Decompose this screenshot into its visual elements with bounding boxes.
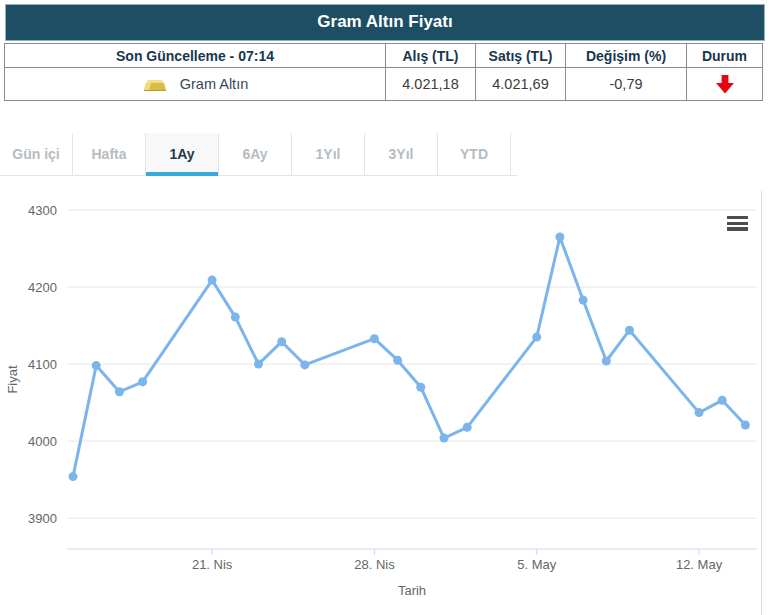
svg-text:3900: 3900 <box>28 511 57 526</box>
tab-hafta[interactable]: Hafta <box>73 133 146 175</box>
svg-text:28. Nis: 28. Nis <box>354 557 395 572</box>
col-last-update: Son Güncelleme - 07:14 <box>5 44 386 68</box>
change-value: -0,79 <box>566 68 687 101</box>
gold-price-widget: Gram Altın Fiyatı Son Güncelleme - 07:14… <box>5 4 765 101</box>
tab-gün-içi[interactable]: Gün içi <box>0 133 73 175</box>
svg-text:4000: 4000 <box>28 434 57 449</box>
line-chart-canvas: 3900400041004200430021. Nis28. Nis5. May… <box>0 191 770 615</box>
svg-text:4300: 4300 <box>28 203 57 218</box>
tab-6ay[interactable]: 6Ay <box>219 133 292 175</box>
svg-text:Fiyat: Fiyat <box>5 365 20 394</box>
down-arrow-icon <box>687 73 762 95</box>
col-sell: Satış (TL) <box>476 44 566 68</box>
widget-title: Gram Altın Fiyatı <box>317 12 452 31</box>
status-cell <box>687 68 763 101</box>
price-chart: 3900400041004200430021. Nis28. Nis5. May… <box>0 191 770 615</box>
chart-hamburger-menu-icon[interactable] <box>727 216 748 232</box>
gold-bar-icon <box>142 77 168 92</box>
svg-text:4200: 4200 <box>28 280 57 295</box>
col-status: Durum <box>687 44 763 68</box>
instrument-name: Gram Altın <box>180 76 249 92</box>
col-buy: Alış (TL) <box>386 44 476 68</box>
svg-text:Tarih: Tarih <box>398 583 426 598</box>
price-table-header-row: Son Güncelleme - 07:14 Alış (TL) Satış (… <box>5 44 763 68</box>
chart-right-border <box>761 191 762 615</box>
svg-text:5. May: 5. May <box>517 557 557 572</box>
svg-text:12. May: 12. May <box>676 557 723 572</box>
buy-value: 4.021,18 <box>386 68 476 101</box>
period-tabs: Gün içiHafta1Ay6Ay1Yıl3YılYTD <box>0 133 517 176</box>
svg-text:21. Nis: 21. Nis <box>192 557 233 572</box>
price-table-row: Gram Altın 4.021,18 4.021,69 -0,79 <box>5 68 763 101</box>
tab-3yıl[interactable]: 3Yıl <box>365 133 438 175</box>
tab-1yıl[interactable]: 1Yıl <box>292 133 365 175</box>
col-change: Değişim (%) <box>566 44 687 68</box>
tab-ytd[interactable]: YTD <box>438 133 511 175</box>
sell-value: 4.021,69 <box>476 68 566 101</box>
tab-1ay[interactable]: 1Ay <box>146 133 219 175</box>
svg-text:4100: 4100 <box>28 357 57 372</box>
price-table: Son Güncelleme - 07:14 Alış (TL) Satış (… <box>4 43 763 101</box>
widget-title-bar: Gram Altın Fiyatı <box>5 4 765 41</box>
